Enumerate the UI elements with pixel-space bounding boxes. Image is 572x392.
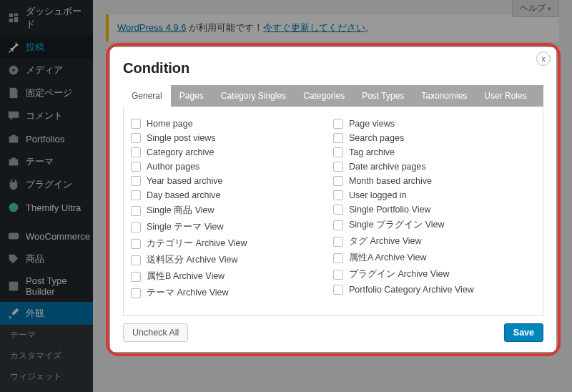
checkbox[interactable]: [131, 206, 141, 216]
checkbox[interactable]: [131, 222, 141, 232]
condition-option[interactable]: Search pages: [333, 131, 536, 145]
condition-option-label: Portfolio Category Archive View: [349, 285, 474, 295]
condition-option-label: Home page: [147, 119, 193, 129]
condition-option-label: Single post views: [147, 133, 216, 143]
checkbox[interactable]: [333, 147, 343, 157]
tab-taxonomies[interactable]: Taxonomies: [413, 85, 475, 107]
condition-option-label: Author pages: [147, 162, 199, 172]
condition-option[interactable]: Portfolio Category Archive View: [333, 283, 536, 297]
save-button[interactable]: Save: [504, 323, 543, 342]
condition-option-label: プラグイン Archive View: [349, 268, 450, 280]
condition-option[interactable]: Tag archive: [333, 145, 536, 160]
checkbox[interactable]: [333, 176, 343, 186]
condition-option-label: Single テーマ View: [147, 221, 224, 233]
checkbox[interactable]: [131, 272, 141, 282]
checkbox[interactable]: [131, 162, 141, 172]
close-button[interactable]: x: [536, 52, 551, 66]
tab-post-types[interactable]: Post Types: [353, 85, 413, 107]
condition-option-label: 属性A Archive View: [349, 252, 426, 264]
condition-option[interactable]: Home page: [131, 117, 333, 131]
checkbox[interactable]: [333, 119, 343, 129]
tab-categories[interactable]: Categories: [295, 85, 353, 107]
condition-option[interactable]: 属性B Archive View: [131, 268, 333, 285]
condition-option[interactable]: Single 商品 View: [131, 202, 333, 219]
condition-option[interactable]: Page views: [333, 117, 536, 131]
checkbox[interactable]: [131, 288, 141, 298]
condition-option-label: テーマ Archive View: [147, 287, 229, 299]
tab-category-singles[interactable]: Category Singles: [212, 85, 295, 107]
condition-option-label: Single Portfolio View: [349, 205, 430, 215]
checkbox-column-left: Home pageSingle post viewsCategory archi…: [131, 117, 333, 305]
condition-option[interactable]: Month based archive: [333, 174, 536, 188]
checkbox[interactable]: [333, 133, 343, 143]
checkbox[interactable]: [131, 119, 141, 129]
condition-option[interactable]: Year based archive: [131, 174, 333, 188]
tab-panel-general: Home pageSingle post viewsCategory archi…: [123, 107, 543, 316]
condition-option-label: 属性B Archive View: [147, 270, 225, 283]
checkbox[interactable]: [333, 205, 343, 215]
checkbox[interactable]: [333, 285, 343, 295]
checkbox[interactable]: [333, 253, 343, 263]
condition-option[interactable]: 送料区分 Archive View: [131, 252, 333, 268]
condition-option[interactable]: カテゴリー Archive View: [131, 235, 333, 252]
condition-option[interactable]: Single post views: [131, 131, 333, 145]
condition-option[interactable]: Single テーマ View: [131, 219, 333, 235]
condition-option-label: Category archive: [147, 147, 214, 157]
condition-option[interactable]: プラグイン Archive View: [333, 266, 536, 283]
tab-general[interactable]: General: [123, 85, 171, 107]
condition-option[interactable]: Single Portfolio View: [333, 202, 536, 217]
condition-option[interactable]: Single プラグイン View: [333, 217, 536, 233]
condition-option[interactable]: Author pages: [131, 160, 333, 174]
condition-option-label: Search pages: [349, 133, 404, 143]
modal-title: Condition: [123, 60, 543, 77]
checkbox[interactable]: [333, 237, 343, 247]
condition-modal-frame: x Condition General Pages Category Singl…: [106, 43, 561, 356]
condition-option-label: Day based archive: [147, 190, 221, 200]
condition-option[interactable]: タグ Archive View: [333, 233, 536, 250]
condition-option[interactable]: テーマ Archive View: [131, 285, 333, 301]
tab-pages[interactable]: Pages: [171, 85, 212, 107]
condition-option-label: Tag archive: [349, 147, 395, 157]
checkbox[interactable]: [333, 270, 343, 280]
condition-option-label: タグ Archive View: [349, 235, 422, 248]
checkbox[interactable]: [131, 255, 141, 265]
checkbox[interactable]: [131, 176, 141, 186]
condition-option-label: 送料区分 Archive View: [147, 254, 238, 266]
checkbox[interactable]: [333, 220, 343, 230]
checkbox[interactable]: [131, 133, 141, 143]
modal-footer: Uncheck All Save: [123, 316, 543, 342]
condition-option-label: カテゴリー Archive View: [147, 237, 247, 250]
uncheck-all-button[interactable]: Uncheck All: [123, 323, 188, 342]
condition-option[interactable]: Category archive: [131, 145, 333, 160]
condition-option-label: Page views: [349, 119, 395, 129]
condition-tabs: General Pages Category Singles Categorie…: [123, 85, 543, 107]
condition-option-label: Single 商品 View: [147, 205, 214, 217]
condition-option-label: Single プラグイン View: [349, 219, 445, 231]
condition-option-label: User logged in: [349, 190, 407, 200]
condition-option-label: Year based archive: [147, 176, 223, 186]
condition-option[interactable]: User logged in: [333, 188, 536, 202]
condition-option[interactable]: Day based archive: [131, 188, 333, 202]
checkbox[interactable]: [333, 190, 343, 200]
checkbox[interactable]: [131, 239, 141, 249]
condition-option[interactable]: 属性A Archive View: [333, 250, 536, 266]
condition-option[interactable]: Date archive pages: [333, 160, 536, 174]
checkbox[interactable]: [333, 162, 343, 172]
checkbox-column-right: Page viewsSearch pagesTag archiveDate ar…: [333, 117, 536, 305]
condition-modal: x Condition General Pages Category Singl…: [110, 47, 556, 352]
condition-option-label: Month based archive: [349, 176, 432, 186]
checkbox[interactable]: [131, 190, 141, 200]
checkbox[interactable]: [131, 147, 141, 157]
tab-user-roles[interactable]: User Roles: [475, 85, 535, 107]
condition-option-label: Date archive pages: [349, 162, 426, 172]
